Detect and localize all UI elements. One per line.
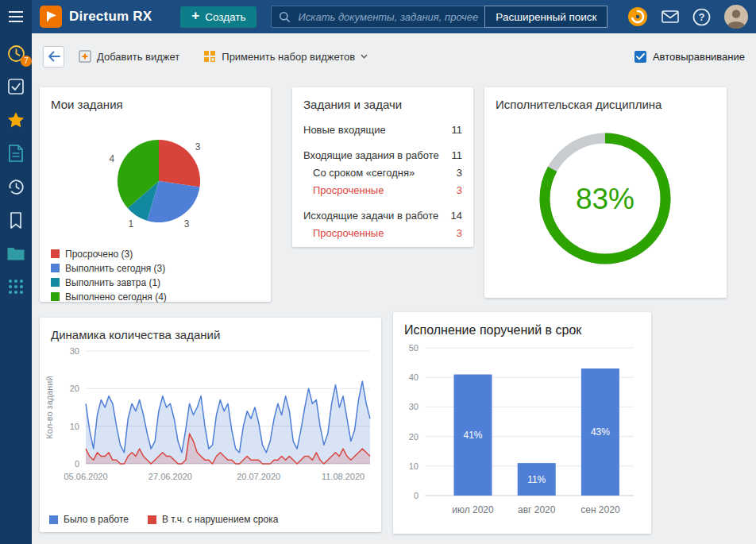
legend-item: Было в работе bbox=[49, 514, 129, 525]
task-summary-row[interactable]: Входящие задания в работе11 bbox=[303, 147, 462, 164]
auto-align-checkbox[interactable] bbox=[634, 51, 646, 63]
svg-text:11.08.2020: 11.08.2020 bbox=[322, 472, 364, 481]
svg-text:41%: 41% bbox=[463, 430, 482, 441]
task-summary-row[interactable]: Со сроком «сегодня»3 bbox=[303, 164, 462, 182]
svg-text:3: 3 bbox=[195, 141, 201, 152]
legend-item: Выполнено сегодня (4) bbox=[51, 290, 271, 304]
pie-chart: 3314 bbox=[40, 114, 271, 243]
task-summary-row[interactable]: Новые входящие11 bbox=[303, 122, 462, 139]
line-legend: Было в работеВ т.ч. с нарушением срока bbox=[49, 514, 278, 525]
sidebar-item-apps[interactable] bbox=[6, 276, 26, 297]
svg-text:30: 30 bbox=[409, 402, 418, 411]
widget-title: Исполнительская дисциплина bbox=[484, 87, 727, 114]
chevron-down-icon bbox=[361, 54, 368, 59]
widget-title: Мои задания bbox=[40, 87, 271, 114]
svg-text:4: 4 bbox=[110, 153, 115, 164]
line-chart: 0102030Кол-во заданий05.06.202027.06.202… bbox=[40, 345, 381, 511]
widget-ontime-orders[interactable]: Исполнение поручений в срок 010203040504… bbox=[393, 312, 651, 534]
sidebar-item-bookmarks[interactable] bbox=[6, 210, 26, 230]
sidebar-item-favorites[interactable] bbox=[6, 110, 26, 130]
donut-chart: 83% bbox=[484, 114, 727, 296]
svg-text:?: ? bbox=[699, 12, 705, 23]
task-summary-row[interactable]: Просроченные3 bbox=[303, 182, 462, 199]
assistant-icon[interactable] bbox=[627, 6, 648, 27]
widget-title: Динамика количества заданий bbox=[40, 318, 381, 345]
widget-task-dynamics[interactable]: Динамика количества заданий 0102030Кол-в… bbox=[40, 318, 381, 532]
legend-item: В т.ч. с нарушением срока bbox=[148, 514, 278, 525]
svg-text:20: 20 bbox=[409, 432, 418, 442]
search-input[interactable] bbox=[296, 10, 481, 24]
svg-text:27.06.2020: 27.06.2020 bbox=[148, 472, 192, 481]
bookmark-icon bbox=[9, 211, 23, 230]
sidebar-item-documents[interactable] bbox=[6, 143, 26, 164]
legend-item: Просрочено (3) bbox=[51, 247, 271, 261]
help-icon[interactable]: ? bbox=[692, 8, 711, 26]
create-button[interactable]: + Создать bbox=[180, 6, 256, 28]
sidebar-item-recent[interactable] bbox=[6, 176, 26, 197]
widget-set-icon bbox=[203, 50, 216, 63]
mail-icon[interactable] bbox=[662, 10, 679, 23]
assignments-count-badge: 7 bbox=[21, 56, 32, 67]
check-icon bbox=[636, 53, 645, 60]
tasks-summary-list: Новые входящие11Входящие задания в работ… bbox=[292, 114, 473, 242]
apps-grid-icon bbox=[8, 279, 24, 295]
svg-text:авг 2020: авг 2020 bbox=[518, 504, 556, 515]
svg-text:40: 40 bbox=[409, 372, 418, 382]
svg-text:10: 10 bbox=[70, 421, 79, 430]
svg-text:43%: 43% bbox=[591, 426, 610, 438]
auto-align-label: Автовыравнивание bbox=[653, 51, 745, 63]
svg-text:20: 20 bbox=[70, 384, 79, 393]
sidebar: 7 bbox=[0, 33, 32, 544]
search-icon bbox=[279, 11, 291, 23]
svg-text:11%: 11% bbox=[527, 474, 546, 485]
svg-text:30: 30 bbox=[70, 346, 79, 356]
back-button[interactable] bbox=[43, 46, 64, 68]
folder-icon bbox=[6, 245, 25, 261]
svg-text:сен 2020: сен 2020 bbox=[580, 504, 620, 515]
topbar: Directum RX + Создать Расширенный поиск bbox=[0, 0, 756, 33]
apply-widget-set-button[interactable]: Применить набор виджетов bbox=[203, 50, 368, 63]
legend-item: Выполнить завтра (1) bbox=[51, 276, 271, 290]
widget-title: Задания и задачи bbox=[292, 87, 473, 114]
dashboard: Добавить виджет Применить набор виджетов… bbox=[32, 33, 756, 544]
svg-text:0: 0 bbox=[75, 459, 79, 469]
svg-text:июл 2020: июл 2020 bbox=[452, 504, 494, 515]
svg-text:Кол-во заданий: Кол-во заданий bbox=[44, 376, 54, 438]
menu-button[interactable] bbox=[0, 0, 32, 33]
task-summary-row[interactable]: Просроченные3 bbox=[303, 225, 462, 242]
sidebar-item-tasks[interactable] bbox=[6, 76, 26, 97]
svg-text:20.07.2020: 20.07.2020 bbox=[237, 472, 280, 481]
svg-text:05.06.2020: 05.06.2020 bbox=[64, 472, 107, 481]
document-icon bbox=[8, 144, 24, 163]
search-bar[interactable]: Расширенный поиск bbox=[271, 6, 608, 28]
svg-text:3: 3 bbox=[184, 218, 190, 230]
directum-logo-icon bbox=[40, 6, 62, 28]
hamburger-icon bbox=[9, 11, 23, 22]
bar-chart: 0102030405041%июл 202011%авг 202043%сен … bbox=[393, 338, 651, 530]
user-avatar[interactable] bbox=[724, 5, 748, 29]
widget-my-tasks[interactable]: Мои задания 3314 Просрочено (3)Выполнить… bbox=[40, 87, 271, 302]
advanced-search-button[interactable]: Расширенный поиск bbox=[484, 6, 608, 28]
back-arrow-icon bbox=[48, 51, 60, 62]
auto-align-toggle[interactable]: Автовыравнивание bbox=[634, 51, 745, 63]
widget-title: Исполнение поручений в срок bbox=[393, 312, 651, 338]
dashboard-toolbar: Добавить виджет Применить набор виджетов… bbox=[32, 33, 756, 79]
app-name: Directum RX bbox=[69, 9, 152, 25]
topbar-icons: ? bbox=[627, 5, 756, 29]
sidebar-item-assignments[interactable]: 7 bbox=[6, 43, 26, 64]
plus-icon: + bbox=[191, 8, 199, 24]
svg-text:50: 50 bbox=[409, 343, 418, 353]
history-icon bbox=[7, 178, 25, 196]
add-widget-button[interactable]: Добавить виджет bbox=[79, 50, 179, 63]
task-check-icon bbox=[7, 78, 25, 95]
task-summary-row[interactable]: Исходящие задачи в работе14 bbox=[303, 207, 462, 225]
svg-text:1: 1 bbox=[129, 218, 134, 230]
widget-discipline[interactable]: Исполнительская дисциплина 83% bbox=[484, 87, 727, 298]
add-widget-icon bbox=[79, 50, 91, 63]
svg-text:83%: 83% bbox=[576, 183, 634, 215]
legend-item: Выполнить сегодня (3) bbox=[51, 261, 271, 276]
widget-tasks-summary[interactable]: Задания и задачи Новые входящие11Входящи… bbox=[292, 87, 473, 247]
sidebar-item-folders[interactable] bbox=[6, 243, 26, 264]
svg-text:10: 10 bbox=[409, 461, 418, 471]
app-logo[interactable]: Directum RX bbox=[40, 6, 152, 28]
